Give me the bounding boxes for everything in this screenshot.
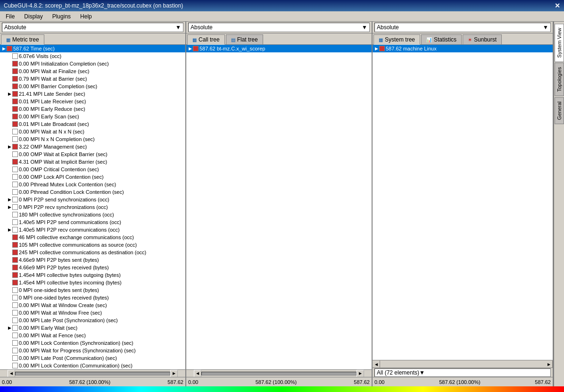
tree-checkbox[interactable] [12,265,18,270]
tab-call-tree[interactable]: ▦ Call tree [187,34,225,45]
expand-icon[interactable] [7,151,12,157]
right-scroll-right[interactable]: ▶ [545,360,553,368]
expand-icon[interactable] [7,242,12,248]
right-dropdown[interactable]: Absolute ▼ [374,23,551,32]
tree-checkbox[interactable] [12,348,18,353]
right-scroll-track[interactable] [380,360,545,367]
tree-checkbox[interactable] [12,250,18,255]
tab-sunburst[interactable]: ☀ Sunburst [463,34,502,44]
tree-checkbox[interactable] [12,99,18,104]
menu-file[interactable]: File [2,12,18,21]
left-tree-item[interactable]: 0.00 MPI Wait at Finalize (sec) [0,67,185,75]
tree-checkbox[interactable] [12,106,18,112]
middle-scroll-track[interactable] [201,372,357,375]
tree-checkbox[interactable] [12,325,18,331]
expand-icon[interactable] [7,167,12,172]
left-scroll-right[interactable]: ▶ [170,370,178,377]
left-tree-item[interactable]: 0.00 OMP Lock API Contention (sec) [0,173,185,181]
left-tree-item[interactable]: 4.66e9 MPI P2P bytes received (bytes) [0,264,185,271]
expand-icon[interactable] [7,121,12,127]
left-tree-item[interactable]: ▶0 MPI P2P send synchronizations (occ) [0,196,185,203]
tab-statistics[interactable]: 📊 Statistics [421,34,462,44]
left-tree-item[interactable]: 0.01 MPI Late Receiver (sec) [0,98,185,105]
tree-checkbox[interactable] [12,61,18,67]
left-panel-content[interactable]: ▶587.62 Time (sec) 6.07e6 Visits (occ) 0… [0,45,185,369]
left-tree-item[interactable]: 0.00 MPI Early Scan (sec) [0,113,185,120]
right-tree-item[interactable]: ▶587.62 machine Linux [373,45,553,52]
expand-icon[interactable] [7,333,12,338]
tree-checkbox[interactable] [12,53,18,59]
expand-icon[interactable] [7,83,12,89]
expand-icon[interactable] [7,363,12,368]
menu-plugins[interactable]: Plugins [49,12,75,21]
tree-checkbox[interactable] [12,295,18,300]
tree-checkbox[interactable] [12,91,18,97]
left-tree-item[interactable]: ▶0 MPI P2P recv synchronizations (occ) [0,203,185,211]
expand-icon[interactable] [7,219,12,225]
close-button[interactable]: ✕ [555,2,560,9]
tree-checkbox[interactable] [12,136,18,142]
left-tree-item[interactable]: 0.00 MPI Barrier Completion (sec) [0,83,185,90]
tree-checkbox[interactable] [12,121,18,127]
tree-checkbox[interactable] [12,182,18,187]
right-filter-dropdown[interactable]: All (72 elements) ▼ [374,368,551,377]
tree-checkbox[interactable] [12,144,18,150]
tab-flat-tree[interactable]: ▤ Flat tree [226,34,263,44]
left-tree-item[interactable]: 0.00 MPI Lock Contention (Synchronizatio… [0,339,185,347]
expand-icon[interactable] [7,302,12,308]
left-tree-item[interactable]: 0.00 MPI Lock Contention (Communication)… [0,362,185,369]
expand-icon[interactable]: ▶ [7,227,12,233]
tree-checkbox[interactable] [379,46,385,51]
left-tree-item[interactable]: 0.00 MPI Early Reduce (sec) [0,105,185,113]
left-tree-item[interactable]: 0.00 MPI Initialization Completion (sec) [0,60,185,67]
expand-icon[interactable] [7,272,12,278]
tree-checkbox[interactable] [12,287,18,293]
left-tree-item[interactable]: 0.00 MPI Wait at Window Create (sec) [0,301,185,309]
expand-icon[interactable]: ▶ [373,46,379,51]
left-tree-item[interactable]: 46 MPI collective exchange communication… [0,234,185,241]
tree-checkbox[interactable] [12,204,18,210]
middle-tree-item[interactable]: ▶587.62 bt-mz.C.x_wi_scorep [186,45,372,52]
left-tree-item[interactable]: 0.00 Pthread Condition Lock Contention (… [0,188,185,196]
left-tree-item[interactable]: 0.01 MPI Late Broadcast (sec) [0,120,185,128]
side-tab-topologies[interactable]: Topologies [555,63,564,96]
tree-checkbox[interactable] [12,174,18,180]
expand-icon[interactable] [7,355,12,361]
expand-icon[interactable] [7,257,12,263]
left-tree-item[interactable]: 0.00 MPI Wait at N x N (sec) [0,128,185,135]
left-tree-item[interactable]: 0 MPI one-sided bytes sent (bytes) [0,286,185,294]
left-tree-item[interactable]: 0.00 OMP Wait at Explicit Barrier (sec) [0,150,185,158]
left-tree-item[interactable]: 105 MPI collective communications as sou… [0,241,185,249]
left-tree-item[interactable]: ▶1.40e5 MPI P2P recv communications (occ… [0,226,185,234]
expand-icon[interactable] [7,295,12,300]
tree-checkbox[interactable] [12,272,18,278]
tree-checkbox[interactable] [12,242,18,248]
right-panel-content[interactable]: ▶587.62 machine Linux [373,45,553,360]
tab-metric-tree[interactable]: ▦ Metric tree [1,34,44,45]
left-tree-item[interactable]: 0.79 MPI Wait at Barrier (sec) [0,75,185,83]
expand-icon[interactable] [7,189,12,195]
tree-checkbox[interactable] [12,363,18,368]
tree-checkbox[interactable] [12,76,18,82]
right-scroll-left[interactable]: ◀ [373,360,380,368]
expand-icon[interactable] [7,310,12,316]
middle-scroll-left[interactable]: ◀ [194,370,201,377]
middle-hscroll[interactable]: ◀ ▶ [186,369,372,377]
left-tree-item[interactable]: 1.45e4 MPI collective bytes outgoing (by… [0,271,185,279]
tree-checkbox[interactable] [12,68,18,74]
side-tab-general[interactable]: General [555,97,564,124]
tree-checkbox[interactable] [7,46,12,51]
left-tree-item[interactable]: 0.00 MPI Wait for Progress (Synchronizat… [0,347,185,354]
tab-system-tree[interactable]: ▦ System tree [373,34,420,45]
tree-checkbox[interactable] [12,302,18,308]
tree-checkbox[interactable] [12,114,18,119]
expand-icon[interactable] [7,234,12,240]
side-tab-system-view[interactable]: System View [555,24,564,62]
left-hscroll[interactable]: ◀ ▶ [0,369,185,377]
tree-checkbox[interactable] [12,197,18,202]
expand-icon[interactable] [7,129,12,134]
right-bottom-scroll[interactable]: ◀ ▶ [373,360,553,367]
left-scroll-left[interactable]: ◀ [8,370,15,377]
tree-checkbox[interactable] [12,129,18,134]
left-tree-item[interactable]: 0.00 OMP Critical Contention (sec) [0,166,185,173]
